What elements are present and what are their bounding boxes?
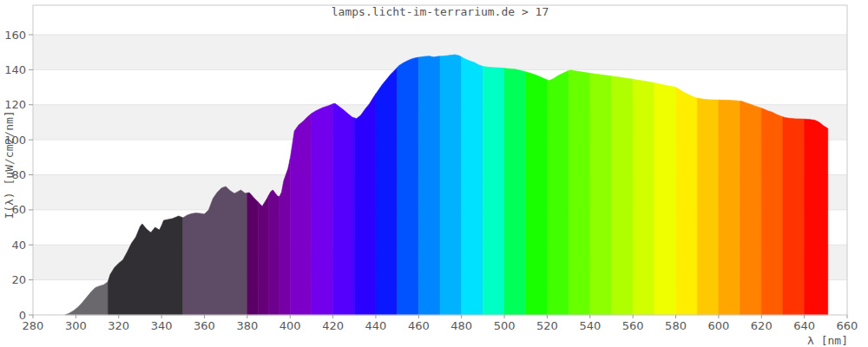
spectrum-band <box>654 83 676 315</box>
x-tick-label: 620 <box>751 319 773 332</box>
spectrum-band <box>719 100 740 315</box>
y-tick-label: 160 <box>4 29 26 42</box>
spectrum-band <box>247 193 258 315</box>
spectrum-band <box>398 57 419 315</box>
spectrum-band <box>783 117 805 315</box>
x-tick-label: 360 <box>194 319 215 332</box>
spectrum-band <box>269 190 279 315</box>
spectrum-band <box>526 72 548 315</box>
spectrum-band <box>611 76 633 315</box>
spectrum-band <box>547 71 569 315</box>
spectrum-band <box>418 56 440 315</box>
spectrum-band <box>504 69 526 315</box>
y-tick-label: 120 <box>4 98 26 111</box>
spectrum-band <box>354 94 376 315</box>
spectrum-band <box>697 98 719 315</box>
x-tick-label: 520 <box>536 319 558 332</box>
spectrum-band <box>312 104 333 315</box>
spectrum-band <box>290 114 312 315</box>
x-tick-label: 560 <box>622 319 644 332</box>
x-tick-label: 640 <box>793 319 815 332</box>
x-tick-label: 540 <box>579 319 601 332</box>
spectrum-band <box>740 101 762 315</box>
spectrum-chart-page: 0204060801001201401602803003203403603804… <box>0 0 868 347</box>
y-axis-label: I(λ) [uW/cm2/nm] <box>3 110 16 219</box>
spectrum-band <box>483 67 504 315</box>
y-tick-label: 40 <box>11 239 26 252</box>
x-tick-label: 340 <box>151 319 173 332</box>
x-tick-label: 500 <box>494 319 516 332</box>
x-tick-label: 480 <box>450 319 472 332</box>
spectrum-band <box>258 195 268 315</box>
x-tick-label: 580 <box>665 319 687 332</box>
x-tick-label: 320 <box>108 319 129 332</box>
spectrum-band <box>761 108 783 315</box>
x-tick-label: 460 <box>408 319 430 332</box>
x-tick-label: 380 <box>236 319 258 332</box>
y-tick-label: 20 <box>11 273 26 286</box>
x-tick-label: 400 <box>279 319 301 332</box>
spectrum-band <box>440 55 462 315</box>
x-tick-label: 280 <box>23 319 44 332</box>
x-tick-label: 420 <box>322 319 344 332</box>
spectrum-band <box>376 68 398 315</box>
x-tick-label: 440 <box>365 319 387 332</box>
spectrum-band <box>462 57 483 315</box>
spectrum-band <box>805 119 828 315</box>
x-axis-label: λ [nm] <box>807 334 848 347</box>
spectrum-band <box>333 103 355 315</box>
x-tick-label: 300 <box>65 319 87 332</box>
x-tick-label: 600 <box>707 319 729 332</box>
spectrum-band <box>676 88 698 315</box>
chart-title: lamps.licht-im-terrarium.de > 17 <box>332 5 549 18</box>
spectrum-band <box>590 73 612 315</box>
y-tick-label: 140 <box>4 63 26 76</box>
spectrum-chart: 0204060801001201401602803003203403603804… <box>0 0 868 347</box>
x-tick-label: 660 <box>837 319 858 332</box>
spectrum-band <box>569 70 590 315</box>
spectrum-band <box>633 79 654 315</box>
